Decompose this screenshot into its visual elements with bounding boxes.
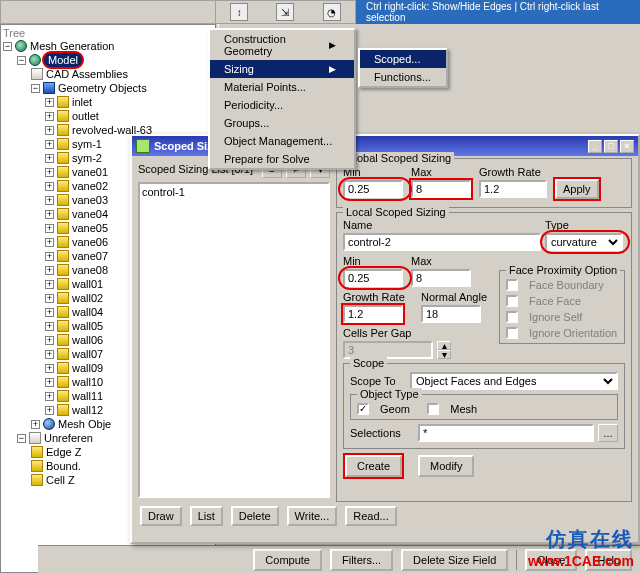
cpg-down[interactable]: ▾ — [437, 350, 451, 359]
folder-icon — [57, 138, 69, 150]
folder-icon — [57, 376, 69, 388]
chk-face-face[interactable] — [506, 295, 518, 307]
tree-node-geom[interactable]: − Geometry Objects — [3, 81, 213, 95]
ctx-item[interactable]: Material Points... — [210, 78, 354, 96]
apply-button[interactable]: Apply — [555, 179, 599, 199]
name-input[interactable] — [343, 233, 541, 251]
context-menu[interactable]: Construction Geometry▶Sizing▶Material Po… — [208, 28, 356, 170]
read-button[interactable]: Read... — [345, 506, 396, 526]
ctx-item[interactable]: Prepare for Solve — [210, 150, 354, 168]
chk-geom[interactable] — [357, 403, 369, 415]
global-gr-input[interactable] — [479, 180, 547, 198]
ctx-sub-item[interactable]: Scoped... — [360, 50, 446, 68]
tree-title: Tree — [1, 25, 215, 39]
maximize-button[interactable]: □ — [604, 140, 618, 153]
lbl-face-boundary: Face Boundary — [529, 279, 604, 291]
tree-node-item[interactable]: +outlet — [3, 109, 213, 123]
scope-to-label: Scope To — [350, 375, 406, 387]
compute-button[interactable]: Compute — [253, 549, 322, 571]
global-min-input[interactable] — [343, 180, 403, 198]
global-max-input[interactable] — [411, 180, 471, 198]
ctx-item[interactable]: Periodicity... — [210, 96, 354, 114]
ctx-item[interactable]: Object Management... — [210, 132, 354, 150]
selections-label: Selections — [350, 427, 414, 439]
folder-icon — [57, 404, 69, 416]
mesh-icon — [43, 418, 55, 430]
folder-icon — [57, 208, 69, 220]
folder-icon — [57, 222, 69, 234]
watermark-corner: 仿真在线 www.1CAE.com — [528, 526, 634, 569]
tool-icon-1[interactable]: ↕ — [230, 3, 248, 21]
list-button[interactable]: List — [190, 506, 223, 526]
selections-browse[interactable]: … — [598, 424, 618, 442]
scoped-sizing-dialog: Scoped Sizing _ □ × Scoped Sizing List [… — [130, 134, 640, 544]
folder-icon — [57, 194, 69, 206]
tree-node-root[interactable]: − Mesh Generation — [3, 39, 213, 53]
local-min-input[interactable] — [343, 269, 403, 287]
toolbar-hint: Ctrl right-click: Show/Hide Edges | Ctrl… — [356, 0, 640, 24]
type-label: Type — [545, 219, 625, 231]
tool-icon-2[interactable]: ⇲ — [276, 3, 294, 21]
delete-button[interactable]: Delete — [231, 506, 279, 526]
ctx-item[interactable]: Groups... — [210, 114, 354, 132]
chk-ignore-orientation[interactable] — [506, 327, 518, 339]
write-button[interactable]: Write... — [287, 506, 338, 526]
folder-icon — [57, 362, 69, 374]
scope-to-select[interactable]: Object Faces and Edges — [410, 372, 618, 390]
tree-header-strip — [0, 0, 216, 24]
scope-group: Scope Scope To Object Faces and Edges Ob… — [343, 363, 625, 449]
chk-face-boundary[interactable] — [506, 279, 518, 291]
filters-button[interactable]: Filters... — [330, 549, 393, 571]
lbl-face-face: Face Face — [529, 295, 581, 307]
folder-blue-icon — [43, 82, 55, 94]
delete-size-field-button[interactable]: Delete Size Field — [401, 549, 508, 571]
ctx-item[interactable]: Construction Geometry▶ — [210, 30, 354, 60]
close-button[interactable]: × — [620, 140, 634, 153]
selections-input[interactable] — [418, 424, 594, 442]
context-submenu[interactable]: Scoped...Functions... — [358, 48, 448, 88]
local-legend: Local Scoped Sizing — [343, 206, 449, 218]
folder-icon — [57, 124, 69, 136]
minimize-button[interactable]: _ — [588, 140, 602, 153]
chk-mesh[interactable] — [427, 403, 439, 415]
cells-per-gap-label: Cells Per Gap — [343, 327, 495, 339]
toolbar-icon-strip: ↕ ⇲ ◔ — [216, 0, 356, 24]
local-max-input[interactable] — [411, 269, 471, 287]
lbl-ignore-orientation: Ignore Orientation — [529, 327, 617, 339]
folder-icon — [57, 390, 69, 402]
ctx-sub-item[interactable]: Functions... — [360, 68, 446, 86]
scope-legend: Scope — [350, 357, 387, 369]
local-gr-input[interactable] — [343, 305, 403, 323]
sizing-list[interactable]: control-1 — [138, 182, 330, 498]
local-min-label: Min — [343, 255, 407, 267]
folder-icon — [31, 474, 43, 486]
create-button[interactable]: Create — [345, 455, 402, 477]
modify-button[interactable]: Modify — [418, 455, 474, 477]
folder-icon — [57, 236, 69, 248]
folder-icon — [57, 306, 69, 318]
dialog-bottom-buttons: Draw List Delete Write... Read... — [132, 502, 638, 526]
lbl-ignore-self: Ignore Self — [529, 311, 582, 323]
tree-node-cad[interactable]: CAD Assemblies — [3, 67, 213, 81]
folder-icon — [57, 180, 69, 192]
normal-angle-input[interactable] — [421, 305, 481, 323]
draw-button[interactable]: Draw — [140, 506, 182, 526]
folder-icon — [31, 68, 43, 80]
type-select[interactable]: curvature — [545, 233, 623, 251]
lbl-geom: Geom — [380, 403, 410, 415]
globe-icon — [15, 40, 27, 52]
name-label: Name — [343, 219, 541, 231]
ctx-item[interactable]: Sizing▶ — [210, 60, 354, 78]
object-type-group: Object Type Geom Mesh — [350, 394, 618, 420]
divider — [516, 550, 517, 570]
chk-ignore-self[interactable] — [506, 311, 518, 323]
folder-icon — [57, 166, 69, 178]
normal-angle-label: Normal Angle — [421, 291, 495, 303]
tree-node-item[interactable]: +inlet — [3, 95, 213, 109]
folder-icon — [57, 348, 69, 360]
tool-icon-3[interactable]: ◔ — [323, 3, 341, 21]
folder-icon — [29, 432, 41, 444]
tree-node-model[interactable]: − Model — [3, 53, 213, 67]
local-max-label: Max — [411, 255, 475, 267]
list-item[interactable]: control-1 — [142, 186, 326, 198]
